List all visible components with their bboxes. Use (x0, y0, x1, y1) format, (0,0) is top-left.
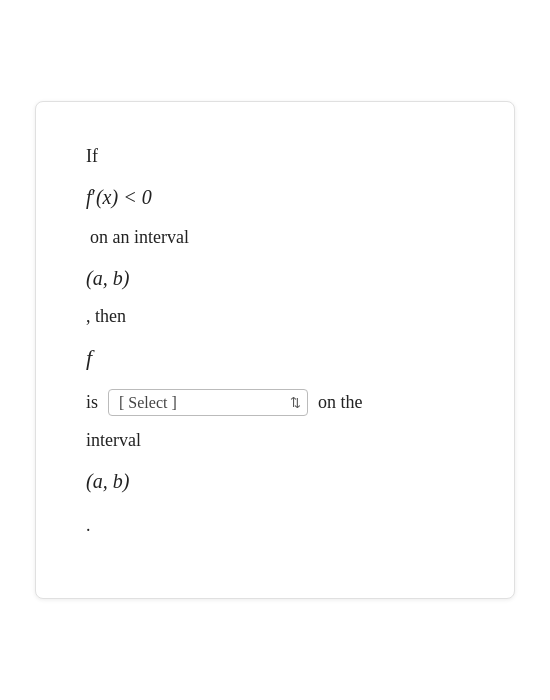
on-an-interval-label: on an interval (86, 223, 464, 252)
interval-ab2-label: (a, b) (86, 465, 464, 497)
interval-label: interval (86, 426, 464, 455)
then-label: , then (86, 302, 464, 331)
select-dropdown[interactable]: [ Select ] increasing decreasing constan… (119, 394, 286, 411)
f-label: f (86, 340, 464, 375)
select-wrapper[interactable]: [ Select ] increasing decreasing constan… (108, 389, 308, 416)
if-label: If (86, 142, 464, 171)
on-the-label: on the (318, 392, 363, 413)
is-line: is [ Select ] increasing decreasing cons… (86, 389, 464, 416)
is-label: is (86, 392, 98, 413)
dot-label: . (86, 511, 464, 540)
interval-ab-label: (a, b) (86, 262, 464, 294)
chevron-icon: ⇅ (290, 395, 301, 411)
main-card: If f′(x) < 0 on an interval (a, b) , the… (35, 101, 515, 599)
math-expression: f′(x) < 0 (86, 181, 464, 213)
math-text: f′(x) < 0 (86, 186, 152, 208)
